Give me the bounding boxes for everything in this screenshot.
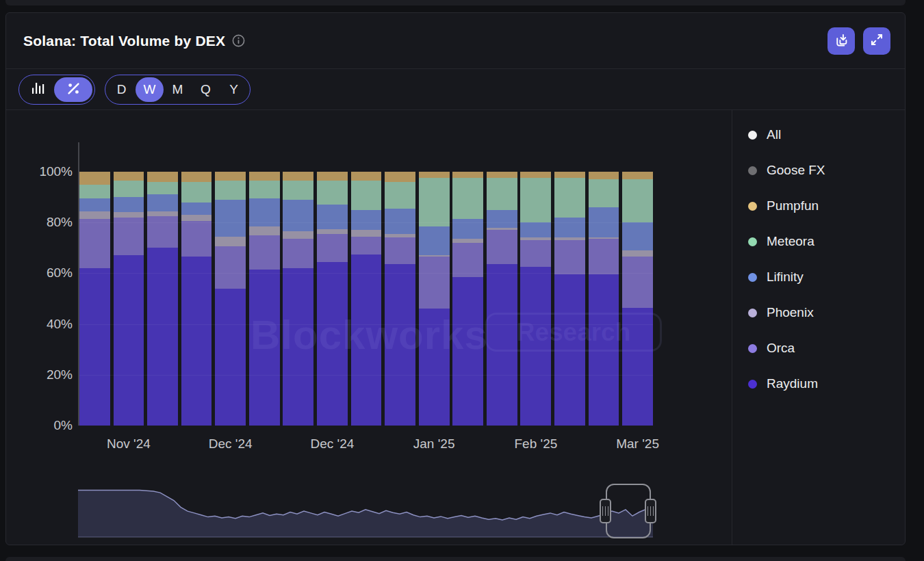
bar-segment-lifinity[interactable] bbox=[554, 218, 585, 238]
bar-segment-orca[interactable] bbox=[622, 257, 653, 307]
stacked-bar[interactable] bbox=[554, 172, 585, 426]
bar-segment-meteora[interactable] bbox=[419, 178, 450, 226]
bar-segment-pumpfun[interactable] bbox=[317, 172, 348, 181]
bar-segment-orca[interactable] bbox=[147, 216, 178, 248]
bar-segment-meteora[interactable] bbox=[114, 181, 144, 197]
bar-segment-pumpfun[interactable] bbox=[487, 172, 517, 178]
range-button-y[interactable]: Y bbox=[220, 77, 248, 102]
bar-segment-raydium[interactable] bbox=[147, 248, 178, 426]
bar-segment-raydium[interactable] bbox=[351, 255, 382, 426]
bar-segment-phoenix[interactable] bbox=[622, 250, 653, 257]
bar-segment-pumpfun[interactable] bbox=[419, 172, 450, 178]
range-button-q[interactable]: Q bbox=[192, 77, 220, 102]
bar-segment-raydium[interactable] bbox=[554, 274, 585, 426]
bar-segment-orca[interactable] bbox=[114, 218, 144, 256]
legend-item-raydium[interactable]: Raydium bbox=[748, 377, 905, 391]
bar-segment-raydium[interactable] bbox=[589, 274, 619, 426]
expand-button[interactable] bbox=[863, 27, 890, 55]
bar-segment-orca[interactable] bbox=[554, 240, 585, 274]
bar-segment-lifinity[interactable] bbox=[419, 226, 450, 256]
stacked-bar[interactable] bbox=[283, 172, 313, 426]
bar-segment-raydium[interactable] bbox=[385, 264, 415, 426]
bar-segment-phoenix[interactable] bbox=[351, 230, 382, 236]
bar-segment-raydium[interactable] bbox=[114, 255, 144, 426]
chart-type-bars-button[interactable] bbox=[21, 77, 54, 102]
bar-segment-phoenix[interactable] bbox=[317, 229, 348, 234]
bar-segment-lifinity[interactable] bbox=[283, 200, 313, 231]
bar-segment-pumpfun[interactable] bbox=[114, 172, 144, 181]
bar-segment-phoenix[interactable] bbox=[147, 211, 178, 216]
bar-segment-meteora[interactable] bbox=[317, 181, 348, 205]
bar-segment-meteora[interactable] bbox=[589, 179, 619, 207]
stacked-bar[interactable] bbox=[181, 172, 212, 426]
bar-segment-meteora[interactable] bbox=[385, 182, 415, 209]
bar-segment-orca[interactable] bbox=[520, 240, 551, 267]
stacked-bar[interactable] bbox=[419, 172, 450, 426]
legend-item-meteora[interactable]: Meteora bbox=[748, 235, 905, 248]
stacked-bar[interactable] bbox=[215, 172, 246, 426]
bar-segment-lifinity[interactable] bbox=[79, 198, 110, 211]
bar-segment-orca[interactable] bbox=[79, 219, 110, 268]
bar-segment-orca[interactable] bbox=[317, 234, 348, 262]
stacked-bar[interactable] bbox=[487, 172, 517, 426]
bar-segment-raydium[interactable] bbox=[181, 257, 212, 426]
bar-segment-meteora[interactable] bbox=[79, 185, 110, 198]
stacked-bar[interactable] bbox=[79, 172, 110, 426]
stacked-bar[interactable] bbox=[317, 172, 348, 426]
range-button-w[interactable]: W bbox=[136, 77, 164, 102]
bar-segment-meteora[interactable] bbox=[181, 182, 212, 203]
bar-segment-pumpfun[interactable] bbox=[181, 172, 212, 182]
bar-segment-raydium[interactable] bbox=[79, 268, 110, 426]
bar-segment-pumpfun[interactable] bbox=[249, 172, 280, 181]
stacked-bar[interactable] bbox=[452, 172, 483, 426]
bar-segment-raydium[interactable] bbox=[520, 267, 551, 426]
bar-segment-pumpfun[interactable] bbox=[147, 172, 178, 182]
bar-segment-raydium[interactable] bbox=[419, 309, 450, 426]
chart-type-percent-button[interactable] bbox=[54, 77, 92, 102]
legend-item-all[interactable]: All bbox=[748, 128, 905, 142]
navigator-right-handle[interactable] bbox=[645, 499, 656, 523]
bar-segment-pumpfun[interactable] bbox=[452, 172, 483, 178]
bar-segment-orca[interactable] bbox=[452, 243, 483, 277]
bar-segment-lifinity[interactable] bbox=[249, 198, 280, 226]
bar-segment-lifinity[interactable] bbox=[487, 210, 517, 228]
stacked-bar[interactable] bbox=[622, 172, 653, 426]
bar-segment-lifinity[interactable] bbox=[215, 200, 246, 237]
range-button-m[interactable]: M bbox=[164, 77, 192, 102]
bar-segment-phoenix[interactable] bbox=[249, 226, 280, 235]
stacked-bar[interactable] bbox=[114, 172, 144, 426]
bar-segment-lifinity[interactable] bbox=[385, 209, 415, 234]
info-icon[interactable] bbox=[232, 34, 245, 47]
bar-segment-raydium[interactable] bbox=[215, 289, 246, 426]
stacked-bar[interactable] bbox=[385, 172, 415, 426]
bar-segment-lifinity[interactable] bbox=[589, 207, 619, 238]
bar-segment-pumpfun[interactable] bbox=[520, 172, 551, 178]
bar-segment-pumpfun[interactable] bbox=[283, 172, 313, 181]
bar-segment-meteora[interactable] bbox=[622, 179, 653, 222]
bar-segment-orca[interactable] bbox=[283, 239, 313, 268]
bar-segment-lifinity[interactable] bbox=[622, 222, 653, 250]
bar-segment-lifinity[interactable] bbox=[520, 222, 551, 237]
bar-segment-meteora[interactable] bbox=[283, 181, 313, 200]
bar-segment-phoenix[interactable] bbox=[215, 237, 246, 247]
bar-segment-lifinity[interactable] bbox=[114, 197, 144, 212]
bar-segment-raydium[interactable] bbox=[452, 277, 483, 426]
stacked-bar[interactable] bbox=[249, 172, 280, 426]
bar-segment-raydium[interactable] bbox=[487, 264, 517, 426]
legend-item-phoenix[interactable]: Phoenix bbox=[748, 306, 905, 319]
legend-item-goose-fx[interactable]: Goose FX bbox=[748, 164, 905, 177]
bar-segment-orca[interactable] bbox=[181, 221, 212, 257]
bar-segment-lifinity[interactable] bbox=[317, 205, 348, 229]
bar-segment-phoenix[interactable] bbox=[181, 215, 212, 221]
bar-segment-orca[interactable] bbox=[589, 239, 619, 274]
bar-segment-raydium[interactable] bbox=[283, 268, 313, 426]
bar-segment-meteora[interactable] bbox=[351, 181, 382, 210]
bar-segment-pumpfun[interactable] bbox=[385, 172, 415, 182]
bar-segment-meteora[interactable] bbox=[554, 178, 585, 218]
bar-segment-pumpfun[interactable] bbox=[589, 172, 619, 179]
stacked-bar[interactable] bbox=[351, 172, 382, 426]
bar-segment-meteora[interactable] bbox=[147, 182, 178, 195]
legend-item-lifinity[interactable]: Lifinity bbox=[748, 270, 905, 284]
bar-segment-raydium[interactable] bbox=[317, 262, 348, 426]
bar-segment-pumpfun[interactable] bbox=[215, 172, 246, 181]
